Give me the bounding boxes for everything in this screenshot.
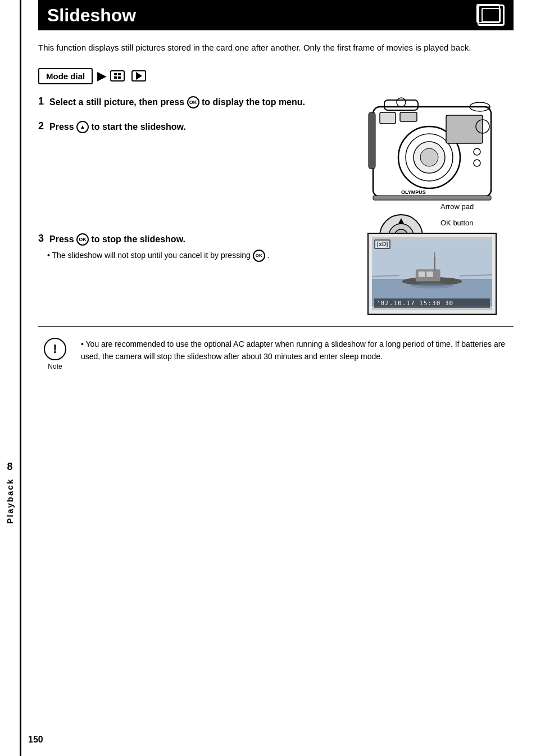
step3-column: 3 Press OK to stop the slideshow. • The …: [38, 227, 345, 315]
page-number: 150: [28, 735, 43, 745]
ok-button-label: OK button: [440, 219, 474, 227]
ok-button-icon-1: OK: [187, 96, 199, 108]
svg-rect-3: [384, 100, 418, 110]
step-3: 3 Press OK to stop the slideshow. • The …: [38, 233, 345, 262]
svg-text:OLYMPUS: OLYMPUS: [401, 189, 426, 195]
description-text: This function displays still pictures st…: [38, 42, 514, 55]
svg-point-7: [420, 148, 438, 166]
arrow-right-icon: ▶: [97, 69, 106, 83]
step-3-text: Press OK to stop the slideshow.: [49, 233, 345, 246]
arrow-pad-label: Arrow pad: [440, 202, 474, 211]
step-1: 1 Select a still picture, then press OK …: [38, 96, 345, 109]
step-2-number: 2: [38, 120, 44, 132]
svg-point-12: [397, 98, 406, 107]
ok-button-icon-3: OK: [76, 233, 89, 246]
page-header: Slideshow: [38, 0, 514, 30]
step-3-number: 3: [38, 233, 44, 245]
svg-rect-35: [419, 271, 425, 277]
steps-camera-layout: 1 Select a still picture, then press OK …: [38, 96, 514, 227]
screen-preview: [xD]: [367, 233, 497, 315]
svg-rect-19: [373, 196, 491, 200]
svg-rect-1: [482, 8, 500, 22]
mode-dial-row: Mode dial ▶: [38, 68, 514, 84]
screen-preview-column: [xD]: [356, 227, 514, 315]
play-mode-icon: [131, 70, 146, 82]
step-2: 2 Press ▲ to start the slideshow.: [38, 120, 345, 134]
svg-rect-36: [426, 271, 433, 277]
svg-point-39: [410, 283, 454, 288]
slideshow-icon: [478, 4, 505, 26]
sidebar-number: 8: [7, 461, 12, 473]
note-icon: !: [44, 338, 66, 360]
note-icon-container: ! Note: [38, 338, 72, 370]
svg-point-15: [474, 148, 480, 155]
left-sidebar: 8 Playback: [0, 0, 21, 756]
step-1-text: Select a still picture, then press OK to…: [49, 96, 345, 109]
main-content: Slideshow This function displays still p…: [21, 0, 536, 393]
camera-mode-icon: [110, 70, 125, 82]
step3-layout: 3 Press OK to stop the slideshow. • The …: [38, 227, 514, 315]
note-text: • You are recommended to use the optiona…: [81, 338, 514, 363]
svg-rect-0: [482, 8, 500, 22]
svg-rect-10: [446, 115, 483, 143]
svg-rect-14: [369, 112, 375, 169]
page-title: Slideshow: [47, 5, 136, 26]
camera-column: OLYMPUS: [356, 96, 514, 227]
screen-preview-inner: [xD]: [372, 237, 492, 310]
sidebar-text: Playback: [5, 478, 15, 524]
note-label: Note: [48, 363, 62, 370]
xd-badge: [xD]: [374, 239, 390, 249]
step-2-text: Press ▲ to start the slideshow.: [49, 120, 345, 134]
mode-dial-box: Mode dial: [38, 68, 93, 84]
step-3-bullet: • The slideshow will not stop until you …: [47, 250, 345, 262]
svg-rect-9: [400, 112, 417, 121]
svg-point-16: [474, 160, 480, 166]
svg-rect-8: [380, 112, 396, 124]
camera-labels: Arrow pad OK button: [440, 202, 514, 227]
screen-timestamp: '02.10.17 15:30 30: [374, 298, 490, 308]
step-1-number: 1: [38, 96, 44, 107]
steps-column: 1 Select a still picture, then press OK …: [38, 96, 345, 227]
note-section: ! Note • You are recommended to use the …: [38, 326, 514, 370]
ok-button-icon-3b: OK: [253, 250, 265, 262]
up-button-icon: ▲: [76, 121, 89, 133]
